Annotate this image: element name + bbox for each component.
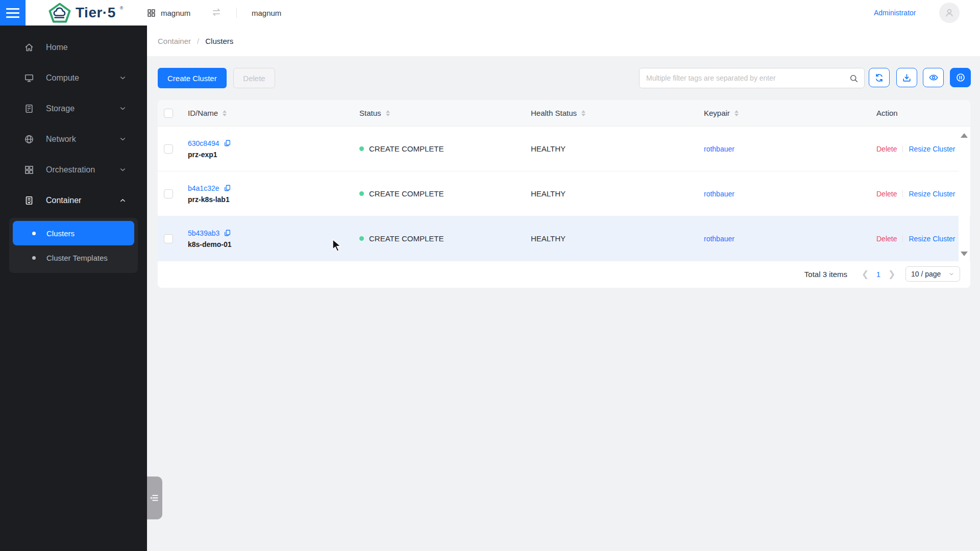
- top-bar: Tier·5 ® magnum magnum Administrator: [0, 0, 980, 26]
- refresh-button[interactable]: [869, 68, 890, 87]
- cluster-name: k8s-demo-01: [188, 240, 355, 248]
- project-name: magnum: [161, 9, 190, 17]
- row-checkbox[interactable]: [164, 189, 173, 198]
- breadcrumb-container[interactable]: Container: [158, 37, 191, 45]
- visibility-button[interactable]: [923, 68, 944, 87]
- row-checkbox[interactable]: [164, 144, 173, 154]
- action-divider: [902, 235, 903, 242]
- cluster-id-link[interactable]: b4a1c32e: [188, 184, 219, 192]
- row-resize-action[interactable]: Resize Cluster: [909, 145, 955, 153]
- column-health-status: Health Status: [531, 109, 577, 117]
- page-size-value: 10 / page: [911, 270, 941, 278]
- sidebar-item-network[interactable]: Network: [0, 126, 147, 152]
- select-all-checkbox[interactable]: [164, 109, 173, 118]
- domain-name: magnum: [252, 0, 281, 26]
- sidebar-item-container[interactable]: Container: [0, 187, 147, 213]
- administrator-link[interactable]: Administrator: [874, 0, 916, 26]
- health-status: HEALTHY: [531, 144, 566, 153]
- sidebar-item-label: Storage: [46, 104, 75, 113]
- delete-button[interactable]: Delete: [233, 68, 275, 88]
- project-switcher[interactable]: magnum: [147, 0, 190, 26]
- sidebar-item-compute[interactable]: Compute: [0, 65, 147, 91]
- brand-logo[interactable]: Tier·5 ®: [48, 3, 123, 23]
- sidebar-item-label: Container: [46, 196, 81, 205]
- prev-page-icon[interactable]: ❮: [859, 269, 872, 280]
- switch-project-icon[interactable]: [211, 7, 222, 18]
- status-dot-icon: [359, 191, 364, 196]
- download-button[interactable]: [896, 68, 917, 87]
- bullet-icon: [32, 232, 36, 235]
- row-resize-action[interactable]: Resize Cluster: [909, 235, 955, 243]
- sidebar-item-label: Compute: [46, 73, 79, 83]
- row-resize-action[interactable]: Resize Cluster: [909, 190, 955, 198]
- sort-toggle[interactable]: [223, 110, 227, 116]
- health-status: HEALTHY: [531, 189, 566, 198]
- create-cluster-button[interactable]: Create Cluster: [158, 68, 227, 88]
- copy-icon[interactable]: [224, 184, 231, 192]
- sidebar: Home Compute Storage: [0, 26, 147, 551]
- auto-refresh-pause-button[interactable]: [950, 68, 971, 87]
- keypair-link[interactable]: rothbauer: [704, 235, 734, 243]
- chevron-down-icon: [119, 166, 127, 173]
- copy-icon[interactable]: [224, 229, 231, 237]
- sidebar-item-storage[interactable]: Storage: [0, 95, 147, 121]
- table-row: 630c8494 prz-exp1 CREATE COMPLETE HEALTH…: [158, 127, 970, 171]
- scroll-up-icon[interactable]: [961, 133, 968, 138]
- storage-icon: [24, 104, 34, 114]
- table-scrollbar[interactable]: [959, 127, 970, 261]
- sort-toggle[interactable]: [734, 110, 739, 116]
- next-page-icon[interactable]: ❯: [885, 269, 898, 280]
- row-delete-action[interactable]: Delete: [876, 235, 897, 243]
- column-keypair: Keypair: [704, 109, 730, 117]
- sidebar-item-label: Orchestration: [46, 165, 95, 174]
- sort-toggle[interactable]: [386, 110, 390, 116]
- action-divider: [902, 190, 903, 197]
- orchestration-icon: [24, 165, 34, 175]
- breadcrumb-separator: /: [197, 37, 199, 45]
- menu-fold-icon: [150, 493, 160, 503]
- sidebar-item-clusters[interactable]: Clusters: [13, 221, 134, 245]
- filter-input[interactable]: [640, 68, 864, 88]
- submenu-item-label: Cluster Templates: [46, 254, 108, 262]
- page-size-select[interactable]: 10 / page: [905, 266, 960, 282]
- sidebar-collapse-toggle[interactable]: [147, 477, 162, 519]
- search-icon[interactable]: [849, 74, 859, 83]
- cluster-name: prz-exp1: [188, 151, 355, 159]
- sidebar-item-orchestration[interactable]: Orchestration: [0, 157, 147, 183]
- sidebar-item-label: Network: [46, 135, 76, 144]
- row-checkbox[interactable]: [164, 234, 173, 243]
- breadcrumb-clusters: Clusters: [205, 37, 233, 45]
- status-text: CREATE COMPLETE: [369, 189, 444, 198]
- home-icon: [24, 42, 34, 53]
- row-delete-action[interactable]: Delete: [876, 145, 897, 153]
- cluster-id-link[interactable]: 5b439ab3: [188, 229, 219, 237]
- keypair-link[interactable]: rothbauer: [704, 145, 734, 153]
- chevron-down-icon: [119, 105, 127, 112]
- chevron-up-icon: [119, 196, 127, 204]
- current-page[interactable]: 1: [872, 270, 885, 279]
- hamburger-menu-icon[interactable]: [0, 0, 26, 26]
- sidebar-item-label: Home: [46, 43, 68, 52]
- container-icon: [24, 195, 34, 206]
- pagination-total: Total 3 items: [804, 270, 847, 279]
- row-delete-action[interactable]: Delete: [876, 190, 897, 198]
- cluster-name: prz-k8s-lab1: [188, 195, 355, 204]
- brand-name: Tier·5: [76, 5, 116, 21]
- sidebar-item-cluster-templates[interactable]: Cluster Templates: [13, 245, 134, 270]
- status-text: CREATE COMPLETE: [369, 234, 444, 243]
- header-divider: [236, 8, 237, 18]
- avatar[interactable]: [939, 3, 960, 23]
- column-id-name: ID/Name: [188, 109, 218, 117]
- filter-input-wrap: [639, 68, 865, 88]
- column-action: Action: [876, 109, 898, 117]
- status-dot-icon: [359, 146, 364, 151]
- sort-toggle[interactable]: [581, 110, 585, 116]
- scroll-down-icon[interactable]: [961, 252, 968, 256]
- cluster-id-link[interactable]: 630c8494: [188, 139, 219, 147]
- copy-icon[interactable]: [224, 139, 231, 147]
- network-globe-icon: [24, 134, 34, 144]
- brand-logo-icon: [48, 3, 71, 23]
- submenu-item-label: Clusters: [46, 229, 75, 238]
- keypair-link[interactable]: rothbauer: [704, 190, 734, 198]
- sidebar-item-home[interactable]: Home: [0, 34, 147, 60]
